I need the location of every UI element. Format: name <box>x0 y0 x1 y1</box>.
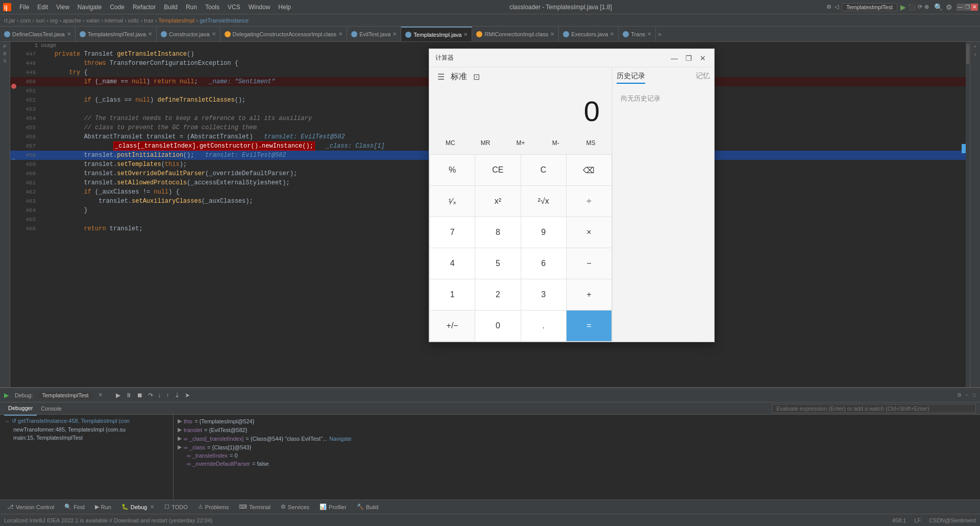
calc-percent-button[interactable]: % <box>430 155 475 185</box>
calc-6-button[interactable]: 6 <box>521 248 566 279</box>
minimize-panel-icon[interactable]: − <box>966 392 969 398</box>
calc-8-button[interactable]: 8 <box>475 217 520 248</box>
tab-delegating[interactable]: DelegatingConstructorAccessorImpl.class … <box>220 27 348 42</box>
inspection-icon[interactable]: ! <box>974 52 976 57</box>
menu-refactor[interactable]: Refactor <box>129 3 160 12</box>
maximize-button[interactable]: ❐ <box>964 4 971 11</box>
step-into-button[interactable]: ↓ <box>157 391 162 400</box>
navigate-link[interactable]: Navigate <box>329 436 351 442</box>
menu-navigate[interactable]: Navigate <box>74 3 106 12</box>
breadcrumb-item[interactable]: com <box>20 17 31 23</box>
calc-1-button[interactable]: 1 <box>430 279 475 310</box>
vertical-scrollbar[interactable] <box>966 42 970 387</box>
calc-subtract-button[interactable]: − <box>567 248 611 279</box>
calc-negate-button[interactable]: +/− <box>430 310 475 341</box>
expand-var-icon[interactable]: ▶ <box>178 435 182 442</box>
tab-close-icon[interactable]: ✕ <box>393 31 397 37</box>
tab-close-icon[interactable]: ✕ <box>463 32 468 37</box>
breadcrumb-item[interactable]: TemplatesImpl <box>158 17 194 23</box>
version-control-tab[interactable]: ⎇ Version Control <box>4 503 57 511</box>
calc-multiply-button[interactable]: × <box>567 217 611 248</box>
breadcrumb-item[interactable]: xsltc <box>128 17 139 23</box>
debug-frame-0[interactable]: → ↺ getTransletInstance:458, TemplatesIm… <box>2 417 171 425</box>
menu-view[interactable]: View <box>52 3 74 12</box>
resume-button[interactable]: ▶ <box>115 391 121 400</box>
tab-defineclasstest[interactable]: DefineClassTest.java ✕ <box>0 27 76 42</box>
calc-sci-icon[interactable]: ⊡ <box>473 72 480 82</box>
calc-mc-button[interactable]: MC <box>433 134 468 152</box>
calc-backspace-button[interactable]: ⌫ <box>567 155 611 185</box>
menu-edit[interactable]: Edit <box>33 3 52 12</box>
find-tab[interactable]: 🔍 Find <box>61 503 87 511</box>
calc-mr-button[interactable]: MR <box>469 134 503 152</box>
calc-reciprocal-button[interactable]: ¹⁄ₓ <box>430 186 475 217</box>
calc-4-button[interactable]: 4 <box>430 248 475 279</box>
settings-icon[interactable]: ⚙ <box>957 392 962 398</box>
more-tabs-button[interactable]: » <box>658 31 662 38</box>
calc-equals-button[interactable]: = <box>567 310 611 341</box>
calc-divide-button[interactable]: ÷ <box>567 186 611 217</box>
calc-0-button[interactable]: 0 <box>475 310 520 341</box>
evaluate-input[interactable] <box>772 404 976 413</box>
breadcrumb-item[interactable]: internal <box>105 17 123 23</box>
tab-rmiconnection[interactable]: RMIConnectionImpl.class ✕ <box>472 27 559 42</box>
project-icon[interactable]: P <box>3 44 6 49</box>
structure-icon[interactable]: S <box>3 58 6 63</box>
calc-mplus-button[interactable]: M+ <box>504 134 538 152</box>
breadcrumb-item[interactable]: xalan <box>86 17 100 23</box>
menu-run[interactable]: Run <box>182 3 201 12</box>
calc-clear-button[interactable]: C <box>521 155 566 185</box>
debug-frame-1[interactable]: newTransformer:485, TemplatesImpl (com.s… <box>2 425 171 434</box>
stop-button[interactable]: ⏹ <box>136 391 144 400</box>
calc-memory-tab[interactable]: 记忆 <box>696 71 710 84</box>
calc-ce-button[interactable]: CE <box>475 155 520 185</box>
calc-9-button[interactable]: 9 <box>521 217 566 248</box>
debug-frame-2[interactable]: main:15, TemplatesImplTest <box>2 434 171 442</box>
calc-decimal-button[interactable]: . <box>521 310 566 341</box>
close-button[interactable]: ✕ <box>971 4 978 11</box>
pause-button[interactable]: ⏸ <box>125 391 133 400</box>
calc-5-button[interactable]: 5 <box>475 248 520 279</box>
menu-window[interactable]: Window <box>244 3 275 12</box>
build-tab[interactable]: 🔨 Build <box>354 503 381 511</box>
expand-var-icon[interactable]: ▶ <box>178 426 182 433</box>
tab-templatesimpl[interactable]: TemplatesImpl.java ✕ <box>401 27 472 42</box>
calc-close-button[interactable]: ✕ <box>698 53 708 63</box>
problems-tab[interactable]: ⚠ Problems <box>195 503 232 511</box>
minimize-button[interactable]: — <box>957 4 964 11</box>
breadcrumb-active[interactable]: getTransletInstance <box>200 17 249 23</box>
close-debug-icon[interactable]: ✕ <box>98 392 103 398</box>
tab-close-icon[interactable]: ✕ <box>212 31 216 37</box>
tab-constructor[interactable]: Constructor.java ✕ <box>157 27 220 42</box>
step-out-button[interactable]: ↑ <box>165 391 170 400</box>
expand-var-icon[interactable]: ▶ <box>178 418 182 424</box>
tab-eviltest[interactable]: EvilTest.java ✕ <box>347 27 401 42</box>
tab-close-icon[interactable]: ✕ <box>647 31 651 37</box>
calc-minimize-button[interactable]: — <box>669 53 679 63</box>
close-debug-tab-icon[interactable]: ✕ <box>150 504 154 510</box>
breadcrumb-item[interactable]: rt.jar <box>4 17 15 23</box>
tab-executors[interactable]: Executors.java ✕ <box>559 27 619 42</box>
tab-close-icon[interactable]: ✕ <box>67 31 71 37</box>
run-to-cursor-button[interactable]: ➤ <box>184 391 191 400</box>
menu-code[interactable]: Code <box>106 3 129 12</box>
scrollbar-thumb[interactable] <box>966 44 969 64</box>
calc-3-button[interactable]: 3 <box>521 279 566 310</box>
menu-tools[interactable]: Tools <box>201 3 224 12</box>
calc-history-tab[interactable]: 历史记录 <box>617 71 645 84</box>
menu-vcs[interactable]: VCS <box>224 3 244 12</box>
calc-7-button[interactable]: 7 <box>430 217 475 248</box>
calc-menu-icon[interactable]: ☰ <box>437 72 445 82</box>
tab-close-icon[interactable]: ✕ <box>610 31 614 37</box>
calc-ms-button[interactable]: MS <box>574 134 608 152</box>
bookmark-icon[interactable]: B <box>3 51 6 56</box>
calc-mminus-button[interactable]: M- <box>538 134 573 152</box>
run-tab[interactable]: ▶ Run <box>92 503 114 511</box>
step-over-button[interactable]: ↷ <box>147 391 154 400</box>
terminal-tab[interactable]: ⌨ Terminal <box>236 503 274 511</box>
expand-panel-icon[interactable]: □ <box>973 392 976 398</box>
todo-tab[interactable]: ☐ TODO <box>161 503 191 511</box>
breadcrumb-item[interactable]: trax <box>144 17 153 23</box>
calc-2-button[interactable]: 2 <box>475 279 520 310</box>
calc-sqrt-button[interactable]: ²√x <box>521 186 566 217</box>
